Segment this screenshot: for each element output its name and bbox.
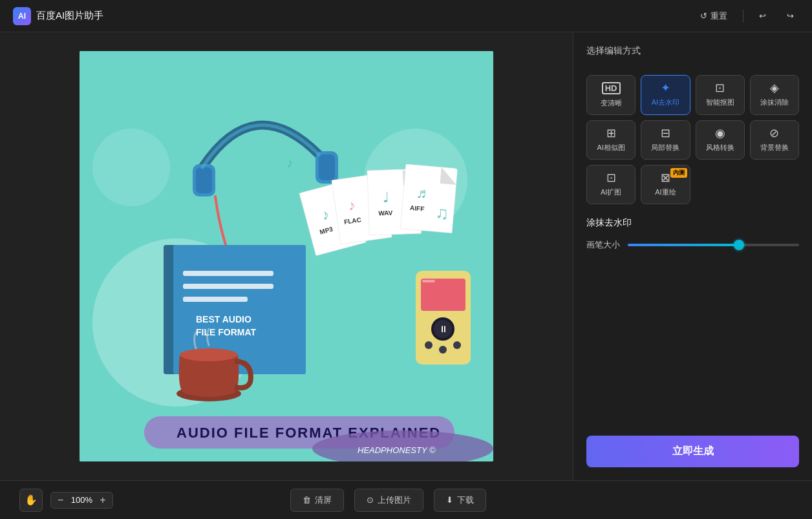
edit-mode-enhance[interactable]: HD 变清晰 [586, 75, 636, 115]
style-transfer-icon: ◉ [715, 127, 725, 139]
edit-mode-grid: HD 变清晰 ✦ AI去水印 ⊡ 智能抠图 ◈ 涂抹消除 ⊞ AI相似图 ⊟ [586, 75, 799, 204]
redo-icon: ↪ [787, 11, 794, 21]
svg-point-46 [453, 341, 461, 349]
canvas-container: BEST AUDIO FILE FORMAT HEADPHONESTY MP3 … [80, 51, 493, 461]
svg-point-48 [180, 348, 238, 361]
zoom-value: 100% [69, 495, 94, 505]
svg-text:♬: ♬ [416, 185, 428, 202]
ai-redraw-label: AI重绘 [655, 187, 676, 197]
generate-button[interactable]: 立即生成 [586, 436, 799, 467]
inner-test-badge: 内测 [670, 168, 687, 178]
ai-expand-icon: ⊡ [606, 172, 616, 184]
smart-crop-icon: ⊡ [715, 82, 725, 94]
svg-rect-40 [422, 280, 435, 282]
bg-replace-icon: ⊘ [769, 127, 779, 139]
edit-mode-local-replace[interactable]: ⊟ 局部替换 [641, 120, 690, 160]
header-left: AI 百度AI图片助手 [13, 7, 103, 25]
reset-icon: ↺ [700, 11, 707, 21]
toolbar-center: 🗑 清屏 ⊙ 上传图片 ⬇ 下载 [290, 489, 486, 512]
watermark-icon: ✦ [661, 82, 670, 94]
svg-text:♫: ♫ [435, 203, 449, 223]
edit-mode-smart-crop[interactable]: ⊡ 智能抠图 [696, 75, 745, 115]
edit-mode-erase[interactable]: ◈ 涂抹消除 [750, 75, 799, 115]
generate-area: 立即生成 [586, 425, 799, 467]
svg-text:♩: ♩ [382, 189, 389, 206]
watermark-label: AI去水印 [652, 98, 679, 107]
edit-mode-bg-replace[interactable]: ⊘ 背景替换 [750, 120, 799, 160]
undo-button[interactable]: ↩ [754, 8, 771, 23]
brush-size-row: 画笔大小 [586, 239, 799, 251]
svg-rect-5 [196, 167, 212, 193]
svg-point-45 [439, 346, 447, 354]
erase-icon: ◈ [770, 82, 779, 94]
upload-icon: ⊙ [367, 495, 374, 505]
ai-redraw-icon: ⊠ [661, 172, 670, 184]
bg-replace-label: 背景替换 [760, 143, 789, 153]
edit-mode-watermark[interactable]: ✦ AI去水印 [641, 75, 690, 115]
style-transfer-label: 风格转换 [706, 143, 734, 153]
right-panel: 选择编辑方式 HD 变清晰 ✦ AI去水印 ⊡ 智能抠图 ◈ 涂抹消除 ⊞ [573, 32, 812, 480]
svg-rect-11 [183, 284, 273, 289]
clear-button[interactable]: 🗑 清屏 [290, 489, 344, 512]
divider [743, 10, 743, 23]
undo-icon: ↩ [759, 11, 766, 21]
svg-rect-39 [421, 279, 465, 311]
redo-button[interactable]: ↪ [782, 8, 799, 23]
svg-point-3 [92, 129, 170, 206]
zoom-plus-icon: + [100, 494, 105, 505]
main-content: BEST AUDIO FILE FORMAT HEADPHONESTY MP3 … [0, 32, 812, 480]
zoom-in-button[interactable]: + [100, 495, 105, 505]
header-controls: ↺ 重置 ↩ ↪ [695, 8, 799, 25]
svg-rect-7 [319, 154, 335, 180]
zoom-controls: − 100% + [50, 492, 113, 509]
zoom-out-button[interactable]: − [58, 495, 63, 505]
bottom-toolbar: ✋ − 100% + 🗑 清屏 ⊙ 上传图片 ⬇ 下载 [0, 480, 812, 519]
svg-point-44 [425, 341, 433, 349]
upload-button[interactable]: ⊙ 上传图片 [354, 489, 423, 512]
local-replace-label: 局部替换 [651, 143, 679, 153]
app-title: 百度AI图片助手 [36, 10, 103, 22]
edit-mode-style-transfer[interactable]: ◉ 风格转换 [696, 120, 745, 160]
edit-mode-ai-expand[interactable]: ⊡ AI扩图 [586, 165, 636, 204]
brush-size-slider-track[interactable] [628, 244, 799, 246]
svg-rect-10 [183, 271, 273, 276]
download-icon: ⬇ [446, 495, 453, 505]
toolbar-left: ✋ − 100% + [19, 489, 113, 512]
watermark-title: 涂抹去水印 [586, 217, 799, 229]
hand-icon: ✋ [25, 494, 37, 506]
canvas-image[interactable]: BEST AUDIO FILE FORMAT HEADPHONESTY MP3 … [80, 51, 493, 461]
svg-text:AIFF: AIFF [410, 204, 425, 213]
erase-label: 涂抹消除 [760, 98, 789, 107]
panel-section-title: 选择编辑方式 [586, 45, 799, 57]
reset-button[interactable]: ↺ 重置 [695, 8, 732, 25]
ai-similar-icon: ⊞ [606, 127, 616, 139]
edit-mode-ai-similar[interactable]: ⊞ AI相似图 [586, 120, 636, 160]
svg-text:HEADPHONESTY ©: HEADPHONESTY © [358, 445, 436, 455]
svg-text:⏸: ⏸ [439, 324, 448, 334]
brush-size-label: 画笔大小 [586, 239, 620, 251]
download-button[interactable]: ⬇ 下载 [434, 489, 486, 512]
svg-text:FILE FORMAT: FILE FORMAT [196, 327, 257, 337]
enhance-label: 变清晰 [601, 98, 622, 108]
canvas-svg: BEST AUDIO FILE FORMAT HEADPHONESTY MP3 … [80, 51, 493, 461]
svg-text:♪: ♪ [286, 156, 293, 170]
canvas-area[interactable]: BEST AUDIO FILE FORMAT HEADPHONESTY MP3 … [0, 32, 573, 480]
local-replace-icon: ⊟ [661, 127, 670, 139]
zoom-minus-icon: − [58, 494, 63, 505]
watermark-section: 涂抹去水印 画笔大小 [586, 217, 799, 251]
app-logo: AI [13, 7, 31, 25]
clear-icon: 🗑 [303, 495, 311, 505]
edit-mode-ai-redraw[interactable]: 内测 ⊠ AI重绘 [641, 165, 690, 204]
upload-label: 上传图片 [378, 494, 411, 506]
ai-similar-label: AI相似图 [597, 143, 625, 153]
svg-text:BEST AUDIO: BEST AUDIO [196, 314, 251, 324]
hand-tool-button[interactable]: ✋ [19, 489, 43, 512]
header: AI 百度AI图片助手 ↺ 重置 ↩ ↪ [0, 0, 812, 32]
download-label: 下载 [457, 494, 474, 506]
enhance-icon: HD [602, 82, 621, 94]
ai-expand-label: AI扩图 [601, 187, 621, 197]
svg-rect-12 [183, 297, 248, 302]
clear-label: 清屏 [315, 494, 332, 506]
smart-crop-label: 智能抠图 [706, 98, 734, 107]
svg-text:WAV: WAV [378, 209, 393, 217]
